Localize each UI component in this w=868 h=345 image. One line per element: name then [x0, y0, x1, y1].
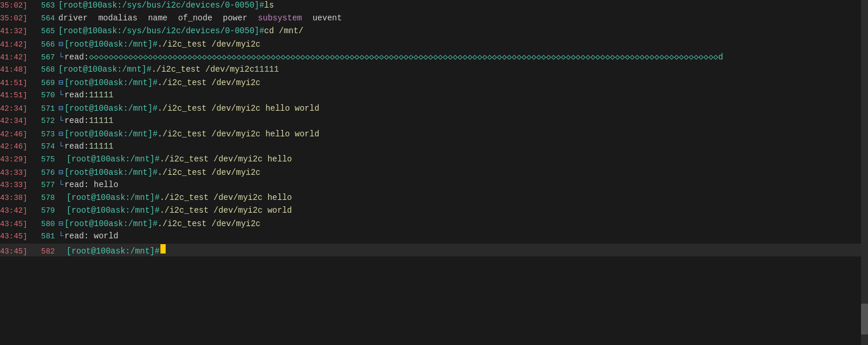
- timestamp-571: 42:34]: [0, 104, 34, 113]
- prompt-565: [root@100ask:/sys/bus/i2c/devices/0-0050…: [58, 26, 264, 36]
- terminal-line-568: 41:48] 568 [root@100ask:/mnt]# ./i2c_tes…: [0, 64, 868, 77]
- terminal-line-575: 43:29] 575 [root@100ask:/mnt]# ./i2c_tes…: [0, 154, 868, 167]
- expand-571: ⊟: [58, 103, 63, 113]
- timestamp-567: 41:42]: [0, 53, 34, 62]
- tree-567: └: [58, 52, 63, 62]
- terminal-line-581: 43:45] 581 └ read: world: [0, 231, 868, 244]
- tree-577: └: [58, 180, 63, 189]
- cmd-579: ./i2c_test /dev/myi2c world: [160, 206, 292, 215]
- terminal-line-571: 42:34] 571 ⊟ [root@100ask:/mnt]# ./i2c_t…: [0, 103, 868, 115]
- linenum-571: 571: [34, 104, 58, 113]
- timestamp-580: 43:45]: [0, 220, 34, 228]
- linenum-579: 579: [34, 206, 58, 215]
- expand-566: ⊟: [58, 39, 63, 49]
- linenum-569: 569: [34, 79, 58, 87]
- content-566: [root@100ask:/mnt]# ./i2c_test /dev/myi2…: [64, 40, 868, 49]
- scrollbar[interactable]: [861, 0, 868, 345]
- prompt-563: [root@100ask:/sys/bus/i2c/devices/0-0050…: [58, 1, 264, 10]
- prompt-571: [root@100ask:/mnt]#: [64, 104, 158, 113]
- content-578: [root@100ask:/mnt]# ./i2c_test /dev/myi2…: [66, 193, 868, 202]
- content-570: read: 11111: [64, 90, 868, 100]
- terminal-line-565: 41:32] 565 [root@100ask:/sys/bus/i2c/dev…: [0, 26, 868, 38]
- timestamp-566: 41:42]: [0, 40, 34, 49]
- content-572: read: 11111: [64, 116, 868, 125]
- tree-574: └: [58, 142, 63, 151]
- terminal-line-574: 42:46] 574 └ read: 11111: [0, 141, 868, 154]
- terminal-line-569: 41:51] 569 ⊟ [root@100ask:/mnt]# ./i2c_t…: [0, 77, 868, 90]
- linenum-580: 580: [34, 220, 58, 228]
- scrollbar-thumb[interactable]: [861, 304, 868, 335]
- terminal-line-567: 41:42] 567 └ read: ◇◇◇◇◇◇◇◇◇◇◇◇◇◇◇◇◇◇◇◇◇…: [0, 51, 868, 64]
- expand-569: ⊟: [58, 78, 63, 87]
- terminal-line-582: 43:45] 582 [root@100ask:/mnt]#: [0, 244, 868, 256]
- read-val-567: ◇◇◇◇◇◇◇◇◇◇◇◇◇◇◇◇◇◇◇◇◇◇◇◇◇◇◇◇◇◇◇◇◇◇◇◇◇◇◇◇…: [89, 52, 723, 62]
- content-575: [root@100ask:/mnt]# ./i2c_test /dev/myi2…: [66, 154, 868, 164]
- timestamp-582: 43:45]: [0, 247, 34, 256]
- terminal-line-570: 41:51] 570 └ read: 11111: [0, 90, 868, 103]
- timestamp-565: 41:32]: [0, 27, 34, 36]
- linenum-566: 566: [34, 40, 58, 49]
- prompt-566: [root@100ask:/mnt]#: [64, 40, 158, 49]
- read-prefix-567: read:: [64, 52, 89, 62]
- timestamp-576: 43:33]: [0, 168, 34, 177]
- ls-item-modalias: modalias: [98, 13, 137, 23]
- content-580: [root@100ask:/mnt]# ./i2c_test /dev/myi2…: [64, 219, 868, 228]
- prompt-582: [root@100ask:/mnt]#: [66, 247, 160, 256]
- cursor-582: [160, 244, 166, 254]
- ls-item-ofnode: of_node: [178, 13, 212, 23]
- content-576: [root@100ask:/mnt]# ./i2c_test /dev/myi2…: [64, 168, 868, 177]
- read-val-572: 11111: [89, 116, 113, 125]
- read-prefix-574: read:: [64, 142, 89, 151]
- timestamp-573: 42:46]: [0, 130, 34, 139]
- content-579: [root@100ask:/mnt]# ./i2c_test /dev/myi2…: [66, 206, 868, 215]
- read-prefix-570: read:: [64, 90, 89, 100]
- ls-item-driver: driver: [58, 13, 88, 23]
- content-567: read: ◇◇◇◇◇◇◇◇◇◇◇◇◇◇◇◇◇◇◇◇◇◇◇◇◇◇◇◇◇◇◇◇◇◇…: [64, 52, 868, 62]
- content-563: [root@100ask:/sys/bus/i2c/devices/0-0050…: [58, 1, 868, 10]
- read-val-570: 11111: [89, 90, 113, 100]
- linenum-572: 572: [34, 117, 58, 125]
- linenum-574: 574: [34, 142, 58, 151]
- cmd-575: ./i2c_test /dev/myi2c hello: [160, 154, 292, 164]
- linenum-563: 563: [34, 1, 58, 10]
- cmd-563: ls: [264, 1, 274, 10]
- content-571: [root@100ask:/mnt]# ./i2c_test /dev/myi2…: [64, 104, 868, 113]
- tree-581: └: [58, 231, 63, 241]
- linenum-575: 575: [34, 155, 58, 164]
- cmd-578: ./i2c_test /dev/myi2c hello: [160, 193, 292, 202]
- timestamp-577: 43:33]: [0, 181, 34, 189]
- content-574: read: 11111: [64, 142, 868, 151]
- prompt-568: [root@100ask:/mnt]#: [58, 65, 152, 74]
- expand-580: ⊟: [58, 219, 63, 228]
- expand-573: ⊟: [58, 129, 63, 139]
- content-564: driver modalias name of_node power subsy…: [58, 13, 868, 23]
- prompt-578: [root@100ask:/mnt]#: [66, 193, 160, 202]
- content-573: [root@100ask:/mnt]# ./i2c_test /dev/myi2…: [64, 129, 868, 139]
- expand-576: ⊟: [58, 167, 63, 177]
- cmd-580: ./i2c_test /dev/myi2c: [158, 219, 260, 228]
- cmd-571: ./i2c_test /dev/myi2c hello world: [158, 104, 319, 113]
- content-577: read: hello: [64, 180, 868, 189]
- prompt-569: [root@100ask:/mnt]#: [64, 78, 158, 87]
- terminal[interactable]: 35:02] 563 [root@100ask:/sys/bus/i2c/dev…: [0, 0, 868, 345]
- content-581: read: world: [64, 231, 868, 241]
- arg-568: 11111: [254, 65, 279, 74]
- timestamp-575: 43:29]: [0, 155, 34, 164]
- terminal-line-580: 43:45] 580 ⊟ [root@100ask:/mnt]# ./i2c_t…: [0, 218, 868, 231]
- tree-570: └: [58, 90, 63, 100]
- linenum-577: 577: [34, 181, 58, 189]
- cmd-573: ./i2c_test /dev/myi2c hello world: [158, 129, 319, 139]
- timestamp-572: 42:34]: [0, 117, 34, 125]
- content-582: [root@100ask:/mnt]#: [66, 244, 868, 256]
- read-val-574: 11111: [89, 142, 113, 151]
- timestamp-568: 41:48]: [0, 65, 34, 74]
- cmd-568: ./i2c_test /dev/myi2c: [152, 65, 254, 74]
- linenum-565: 565: [34, 27, 58, 36]
- terminal-line-566: 41:42] 566 ⊟ [root@100ask:/mnt]# ./i2c_t…: [0, 38, 868, 51]
- terminal-line-564: 35:02] 564 driver modalias name of_node …: [0, 13, 868, 26]
- linenum-582: 582: [34, 247, 58, 256]
- content-569: [root@100ask:/mnt]# ./i2c_test /dev/myi2…: [64, 78, 868, 87]
- timestamp-569: 41:51]: [0, 79, 34, 87]
- cmd-566: ./i2c_test /dev/myi2c: [158, 40, 260, 49]
- terminal-line-578: 43:38] 578 [root@100ask:/mnt]# ./i2c_tes…: [0, 192, 868, 205]
